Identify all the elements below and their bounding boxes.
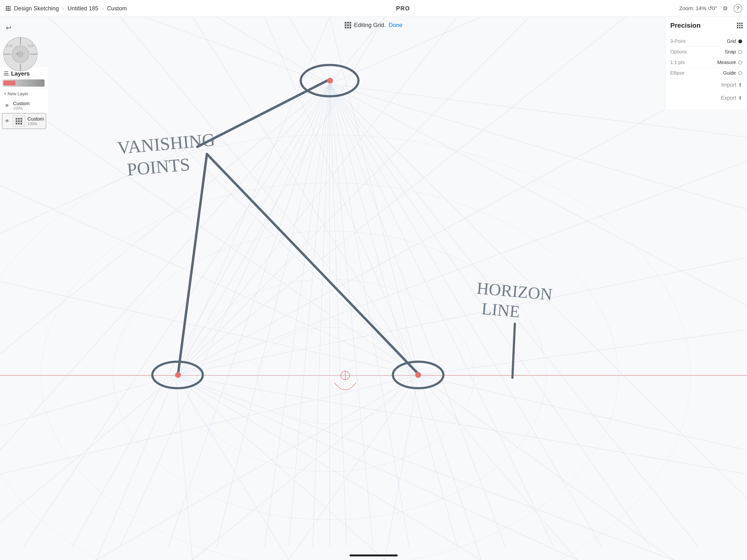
precision-grid-pair: Grid — [727, 39, 742, 44]
layer-opacity-2: 100% — [27, 122, 44, 126]
separator-1: › — [62, 5, 64, 12]
topbar-left: Design Sketching › Untitled 185 › Custom — [5, 5, 127, 12]
layer-info-2: Custom 100% — [27, 116, 44, 126]
layer-visibility-toggle[interactable]: 👁 — [4, 103, 10, 109]
snap-radio[interactable] — [738, 50, 742, 54]
layer-name-2: Custom — [27, 116, 44, 122]
grid-icon — [6, 6, 10, 11]
svg-text:3.23: 3.23 — [28, 44, 33, 48]
precision-3point-label: 3-Point — [670, 39, 686, 44]
precision-pts-label: 1:1 pts — [670, 60, 685, 65]
precision-guide-pair: Guide — [723, 70, 742, 76]
apps-button[interactable] — [5, 5, 11, 12]
done-button[interactable]: Done — [389, 22, 402, 28]
topbar: Design Sketching › Untitled 185 › Custom… — [0, 0, 747, 17]
home-bar — [350, 555, 398, 556]
drawing-canvas[interactable]: VANISHING POINTS HORIZON LINE — [0, 17, 747, 560]
precision-snap-pair: Snap — [725, 49, 742, 55]
guide-radio[interactable] — [738, 71, 742, 75]
layer-item[interactable]: 👁 Custom 100% — [0, 99, 48, 112]
precision-ellipse-label: Ellipse — [670, 70, 685, 76]
zoom-level[interactable]: Zoom: 14% ↺0° — [679, 5, 717, 11]
app-name: Design Sketching — [14, 5, 59, 12]
svg-point-80 — [175, 372, 181, 378]
left-tools: ↩ 3.23 3.23 ✥ 0"LL — [2, 22, 45, 87]
measure-radio[interactable] — [738, 61, 742, 65]
layer-name: Custom — [13, 101, 30, 106]
topbar-center: PRO — [127, 5, 679, 12]
import-icon: ⬆ — [738, 82, 742, 88]
color-swatch[interactable] — [3, 81, 16, 85]
export-icon: ⬆ — [738, 95, 742, 101]
document-title[interactable]: Untitled 185 — [68, 5, 98, 12]
help-button[interactable]: ? — [733, 4, 742, 13]
precision-options-label: Options — [670, 49, 687, 55]
settings-button[interactable]: ⚙ — [721, 4, 730, 13]
tool-wheel-icon: 3.23 3.23 ✥ — [2, 36, 38, 72]
wheel-tool[interactable]: 3.23 3.23 ✥ — [2, 36, 38, 72]
grid-radio[interactable] — [738, 40, 742, 43]
precision-grid-value: Grid — [727, 39, 736, 44]
layer-info: Custom 100% — [13, 101, 30, 111]
precision-row-guide: Ellipse Guide — [670, 68, 742, 78]
page-name[interactable]: Custom — [107, 5, 127, 12]
precision-measure-pair: Measure — [717, 60, 742, 65]
svg-point-78 — [327, 78, 333, 83]
ruler-labels: 0"LL — [2, 73, 45, 77]
svg-rect-0 — [0, 17, 747, 560]
precision-row-measure: 1:1 pts Measure — [670, 57, 742, 68]
undo-button[interactable]: ↩ — [2, 22, 15, 34]
layer-thumbnail — [13, 115, 25, 127]
color-slider[interactable] — [2, 79, 45, 87]
ruler-x-label: 0"LL — [3, 73, 45, 77]
precision-title: Precision — [670, 22, 701, 29]
layer-thumb-dots-icon — [14, 116, 24, 126]
svg-point-82 — [415, 372, 421, 378]
precision-measure-value: Measure — [717, 60, 736, 65]
precision-row-snap: Options Snap — [670, 47, 742, 57]
export-button[interactable]: Export ⬆ — [670, 92, 742, 104]
import-label: Import — [721, 82, 736, 88]
svg-text:3.23: 3.23 — [7, 44, 12, 48]
separator-2: › — [102, 5, 104, 12]
precision-guide-value: Guide — [723, 70, 736, 76]
precision-header: Precision — [670, 22, 742, 29]
new-layer-button[interactable]: + New Layer — [0, 89, 48, 99]
topbar-right: Zoom: 14% ↺0° ⚙ ? — [679, 4, 742, 13]
pro-badge: PRO — [396, 5, 410, 12]
precision-snap-value: Snap — [725, 49, 736, 55]
precision-grid-icon — [737, 23, 742, 28]
precision-row-grid: 3-Point Grid — [670, 36, 742, 47]
export-label: Export — [721, 95, 736, 101]
svg-point-97 — [18, 51, 23, 57]
layer-opacity: 100% — [13, 106, 30, 111]
layer-item-selected[interactable]: 👁 Custom 100% — [2, 113, 46, 129]
layer-visibility-toggle-2[interactable]: 👁 — [4, 118, 10, 124]
editing-bar: Editing Grid. Done — [344, 22, 402, 28]
precision-panel: Precision 3-Point Grid Options Snap 1:1 … — [665, 17, 747, 109]
grid-dots-icon — [344, 22, 351, 28]
svg-text:LINE: LINE — [481, 299, 521, 321]
import-button[interactable]: Import ⬆ — [670, 78, 742, 92]
canvas-area[interactable]: Editing Grid. Done — [0, 17, 747, 560]
editing-grid-text: Editing Grid. — [354, 22, 386, 28]
